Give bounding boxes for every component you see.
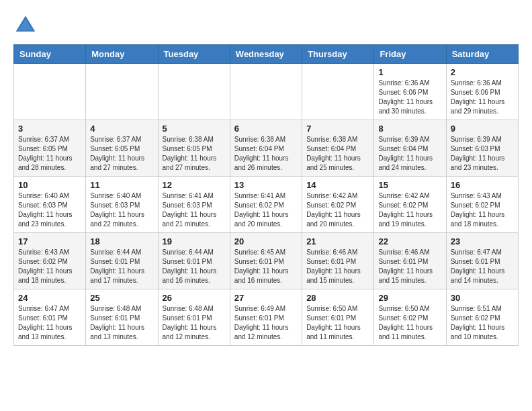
day-number: 14 <box>306 180 369 190</box>
day-info: Sunrise: 6:41 AM Sunset: 6:02 PM Dayligh… <box>234 191 298 229</box>
day-number: 9 <box>451 124 514 134</box>
weekday-header: Friday <box>374 45 446 64</box>
calendar-cell <box>302 64 374 120</box>
calendar-cell: 7Sunrise: 6:38 AM Sunset: 6:04 PM Daylig… <box>302 120 374 177</box>
weekday-header: Thursday <box>302 45 374 64</box>
calendar-cell: 25Sunrise: 6:48 AM Sunset: 6:01 PM Dayli… <box>86 289 158 346</box>
calendar-cell: 5Sunrise: 6:38 AM Sunset: 6:05 PM Daylig… <box>158 120 230 177</box>
calendar-week-row: 1Sunrise: 6:36 AM Sunset: 6:06 PM Daylig… <box>14 64 519 120</box>
calendar-cell: 29Sunrise: 6:50 AM Sunset: 6:02 PM Dayli… <box>374 289 446 346</box>
day-info: Sunrise: 6:48 AM Sunset: 6:01 PM Dayligh… <box>90 304 153 342</box>
day-info: Sunrise: 6:46 AM Sunset: 6:01 PM Dayligh… <box>306 248 369 285</box>
day-number: 16 <box>451 180 514 190</box>
day-number: 20 <box>234 236 298 246</box>
calendar-week-row: 17Sunrise: 6:43 AM Sunset: 6:02 PM Dayli… <box>14 233 519 289</box>
calendar-cell: 1Sunrise: 6:36 AM Sunset: 6:06 PM Daylig… <box>374 64 446 120</box>
day-number: 21 <box>306 236 369 246</box>
day-info: Sunrise: 6:42 AM Sunset: 6:02 PM Dayligh… <box>378 191 441 229</box>
calendar-cell: 19Sunrise: 6:44 AM Sunset: 6:01 PM Dayli… <box>158 233 230 289</box>
calendar-week-row: 10Sunrise: 6:40 AM Sunset: 6:03 PM Dayli… <box>14 177 519 233</box>
calendar-cell: 3Sunrise: 6:37 AM Sunset: 6:05 PM Daylig… <box>14 120 86 177</box>
weekday-header: Wednesday <box>230 45 302 64</box>
calendar-cell: 2Sunrise: 6:36 AM Sunset: 6:06 PM Daylig… <box>446 64 518 120</box>
day-info: Sunrise: 6:36 AM Sunset: 6:06 PM Dayligh… <box>378 79 441 116</box>
day-info: Sunrise: 6:40 AM Sunset: 6:03 PM Dayligh… <box>18 191 81 229</box>
day-info: Sunrise: 6:38 AM Sunset: 6:05 PM Dayligh… <box>163 135 226 173</box>
day-number: 27 <box>234 293 298 303</box>
day-info: Sunrise: 6:44 AM Sunset: 6:01 PM Dayligh… <box>90 248 153 285</box>
day-number: 30 <box>451 293 514 303</box>
day-number: 11 <box>90 180 153 190</box>
day-info: Sunrise: 6:48 AM Sunset: 6:01 PM Dayligh… <box>163 304 226 342</box>
calendar-cell: 9Sunrise: 6:39 AM Sunset: 6:03 PM Daylig… <box>446 120 518 177</box>
day-info: Sunrise: 6:36 AM Sunset: 6:06 PM Dayligh… <box>451 79 514 116</box>
calendar-cell <box>14 64 86 120</box>
calendar-cell: 17Sunrise: 6:43 AM Sunset: 6:02 PM Dayli… <box>14 233 86 289</box>
calendar-cell: 24Sunrise: 6:47 AM Sunset: 6:01 PM Dayli… <box>14 289 86 346</box>
day-number: 26 <box>163 293 226 303</box>
calendar-cell: 10Sunrise: 6:40 AM Sunset: 6:03 PM Dayli… <box>14 177 86 233</box>
calendar-week-row: 3Sunrise: 6:37 AM Sunset: 6:05 PM Daylig… <box>14 120 519 177</box>
calendar-cell: 18Sunrise: 6:44 AM Sunset: 6:01 PM Dayli… <box>86 233 158 289</box>
day-info: Sunrise: 6:50 AM Sunset: 6:01 PM Dayligh… <box>306 304 369 342</box>
day-number: 8 <box>378 124 441 134</box>
calendar-cell: 16Sunrise: 6:43 AM Sunset: 6:02 PM Dayli… <box>446 177 518 233</box>
calendar-cell: 15Sunrise: 6:42 AM Sunset: 6:02 PM Dayli… <box>374 177 446 233</box>
calendar-cell: 23Sunrise: 6:47 AM Sunset: 6:01 PM Dayli… <box>446 233 518 289</box>
day-number: 15 <box>378 180 441 190</box>
calendar-cell: 26Sunrise: 6:48 AM Sunset: 6:01 PM Dayli… <box>158 289 230 346</box>
logo-icon <box>13 13 38 38</box>
calendar-cell <box>230 64 302 120</box>
day-number: 4 <box>90 124 153 134</box>
calendar-cell: 22Sunrise: 6:46 AM Sunset: 6:01 PM Dayli… <box>374 233 446 289</box>
calendar-cell: 14Sunrise: 6:42 AM Sunset: 6:02 PM Dayli… <box>302 177 374 233</box>
day-info: Sunrise: 6:47 AM Sunset: 6:01 PM Dayligh… <box>451 248 514 285</box>
weekday-header: Saturday <box>446 45 518 64</box>
calendar-cell: 12Sunrise: 6:41 AM Sunset: 6:03 PM Dayli… <box>158 177 230 233</box>
day-info: Sunrise: 6:45 AM Sunset: 6:01 PM Dayligh… <box>234 248 298 285</box>
day-number: 17 <box>18 236 81 246</box>
day-info: Sunrise: 6:49 AM Sunset: 6:01 PM Dayligh… <box>234 304 298 342</box>
calendar-header-row: SundayMondayTuesdayWednesdayThursdayFrid… <box>14 45 519 64</box>
day-number: 5 <box>163 124 226 134</box>
day-info: Sunrise: 6:43 AM Sunset: 6:02 PM Dayligh… <box>18 248 81 285</box>
calendar-cell: 8Sunrise: 6:39 AM Sunset: 6:04 PM Daylig… <box>374 120 446 177</box>
day-info: Sunrise: 6:38 AM Sunset: 6:04 PM Dayligh… <box>234 135 298 173</box>
calendar-cell: 27Sunrise: 6:49 AM Sunset: 6:01 PM Dayli… <box>230 289 302 346</box>
day-number: 18 <box>90 236 153 246</box>
calendar-cell: 30Sunrise: 6:51 AM Sunset: 6:02 PM Dayli… <box>446 289 518 346</box>
day-number: 19 <box>163 236 226 246</box>
day-number: 23 <box>451 236 514 246</box>
logo <box>13 13 42 38</box>
calendar-cell: 20Sunrise: 6:45 AM Sunset: 6:01 PM Dayli… <box>230 233 302 289</box>
day-number: 6 <box>234 124 298 134</box>
day-info: Sunrise: 6:51 AM Sunset: 6:02 PM Dayligh… <box>451 304 514 342</box>
day-info: Sunrise: 6:40 AM Sunset: 6:03 PM Dayligh… <box>90 191 153 229</box>
weekday-header: Monday <box>86 45 158 64</box>
day-number: 1 <box>378 67 441 77</box>
day-number: 7 <box>306 124 369 134</box>
day-number: 24 <box>18 293 81 303</box>
calendar-cell: 13Sunrise: 6:41 AM Sunset: 6:02 PM Dayli… <box>230 177 302 233</box>
day-info: Sunrise: 6:37 AM Sunset: 6:05 PM Dayligh… <box>90 135 153 173</box>
calendar-table: SundayMondayTuesdayWednesdayThursdayFrid… <box>13 44 519 346</box>
calendar-cell: 28Sunrise: 6:50 AM Sunset: 6:01 PM Dayli… <box>302 289 374 346</box>
day-info: Sunrise: 6:41 AM Sunset: 6:03 PM Dayligh… <box>163 191 226 229</box>
calendar-cell <box>86 64 158 120</box>
day-info: Sunrise: 6:44 AM Sunset: 6:01 PM Dayligh… <box>163 248 226 285</box>
calendar-cell: 4Sunrise: 6:37 AM Sunset: 6:05 PM Daylig… <box>86 120 158 177</box>
day-info: Sunrise: 6:37 AM Sunset: 6:05 PM Dayligh… <box>18 135 81 173</box>
day-number: 12 <box>163 180 226 190</box>
day-number: 3 <box>18 124 81 134</box>
calendar-cell: 11Sunrise: 6:40 AM Sunset: 6:03 PM Dayli… <box>86 177 158 233</box>
day-number: 10 <box>18 180 81 190</box>
page-header <box>13 13 519 38</box>
calendar-cell: 6Sunrise: 6:38 AM Sunset: 6:04 PM Daylig… <box>230 120 302 177</box>
day-info: Sunrise: 6:43 AM Sunset: 6:02 PM Dayligh… <box>451 191 514 229</box>
day-info: Sunrise: 6:47 AM Sunset: 6:01 PM Dayligh… <box>18 304 81 342</box>
day-info: Sunrise: 6:39 AM Sunset: 6:03 PM Dayligh… <box>451 135 514 173</box>
day-number: 29 <box>378 293 441 303</box>
weekday-header: Tuesday <box>158 45 230 64</box>
calendar-cell <box>158 64 230 120</box>
calendar-cell: 21Sunrise: 6:46 AM Sunset: 6:01 PM Dayli… <box>302 233 374 289</box>
